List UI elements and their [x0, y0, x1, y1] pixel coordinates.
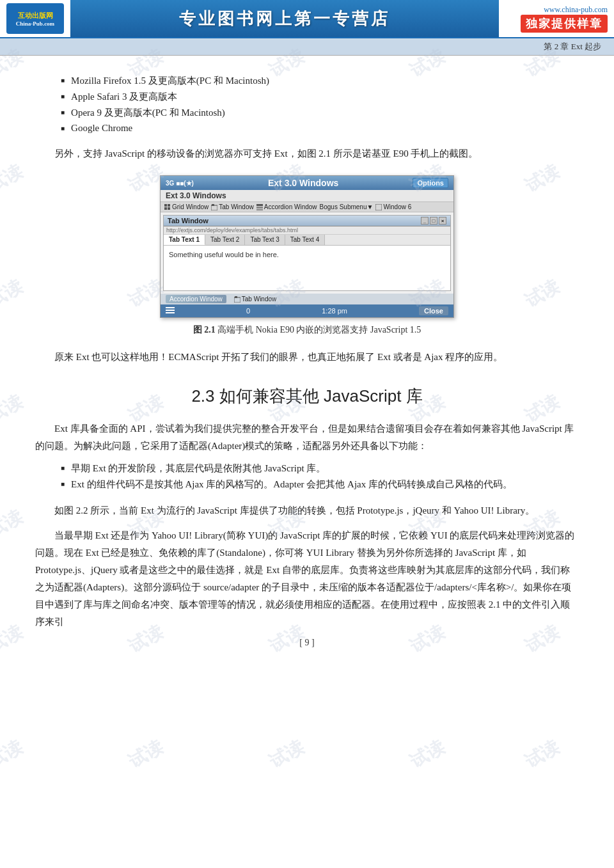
paragraph-3: Ext 库具备全面的 API，尝试着为我们提供完整的整合开发平台，但是如果结合遗…: [35, 420, 579, 455]
phone-statusbar: 0 1:28 pm Close: [161, 304, 453, 317]
svg-rect-4: [211, 205, 217, 210]
section-heading: 2.3 如何兼容其他 JavaScript 库: [35, 385, 579, 407]
phone-window-header: Tab Window _ □ ×: [164, 216, 450, 226]
main-content: Mozilla Firefox 1.5 及更高版本(PC 和 Macintosh…: [0, 56, 614, 658]
paragraph-2-text: 原来 Ext 也可以这样地用！ECMAScript 开拓了我们的眼界，也真正地拓…: [54, 352, 503, 362]
accordion-icon: [256, 204, 263, 210]
figure-container: 3G ■■(★) Ext 3.0 Windows Options Ext 3.0…: [154, 175, 460, 336]
tab-content: Something useful would be in here.: [164, 246, 450, 290]
toolbar-item-accordion: Accordion Window: [256, 203, 317, 210]
window-controls: _ □ ×: [421, 217, 446, 225]
svg-rect-5: [212, 204, 214, 206]
svg-rect-9: [375, 204, 382, 210]
toolbar-item-grid: Grid Window: [164, 203, 209, 210]
toolbar-item-window6: Window 6: [375, 203, 411, 210]
svg-rect-0: [164, 204, 167, 207]
paragraph-5-text: 当最早期 Ext 还是作为 Yahoo UI! Library(简称 YUI)的…: [35, 530, 574, 627]
logo-bottom-text: China-Pub.com: [16, 20, 54, 27]
tab-bottom-icon: [234, 296, 240, 303]
site-title-text: 专业图书网上第一专营店: [179, 8, 390, 30]
list-item: Mozilla Firefox 1.5 及更高版本(PC 和 Macintosh…: [61, 75, 579, 87]
list-item: Opera 9 及更高版本(PC 和 Macintosh): [61, 107, 579, 119]
svg-rect-6: [256, 204, 263, 206]
phone-toolbar: Grid Window Tab Window Accordion Window …: [161, 202, 453, 212]
tab-4: Tab Text 4: [285, 235, 325, 245]
toolbar-item-bogus: Bogus Submenu▼: [320, 203, 374, 210]
window-icon: [375, 204, 382, 210]
paragraph-3-text: Ext 库具备全面的 API，尝试着为我们提供完整的整合开发平台，但是如果结合遗…: [35, 423, 574, 451]
accordion-bottom-label: Accordion Window: [166, 295, 226, 303]
phone-window: Tab Window _ □ × http://extjs.com/deploy…: [163, 215, 451, 291]
menu-icon: [166, 306, 175, 315]
svg-rect-12: [166, 307, 175, 308]
page-footer: [ 9 ]: [0, 638, 614, 648]
list-item: 早期 Ext 的开发阶段，其底层代码是依附其他 JavaScript 库。: [61, 462, 579, 475]
tab-2: Tab Text 2: [205, 235, 245, 245]
page-number: [ 9 ]: [299, 638, 314, 647]
paragraph-5: 当最早期 Ext 还是作为 Yahoo UI! Library(简称 YUI)的…: [35, 527, 579, 631]
section-heading-text: 2.3 如何兼容其他 JavaScript 库: [191, 386, 422, 406]
svg-rect-11: [235, 296, 237, 298]
watermark-text: 试读: [405, 735, 448, 774]
status-menu-icon: [166, 306, 175, 316]
watermark-text: 试读: [124, 735, 167, 774]
phone-subheader: Ext 3.0 Windows: [161, 190, 453, 202]
phone-header: 3G ■■(★) Ext 3.0 Windows Options: [161, 176, 453, 190]
list-item: Ext 的组件代码不是按其他 Ajax 库的风格写的。Adapter 会把其他 …: [61, 478, 579, 491]
toolbar-item-tab: Tab Window: [211, 203, 253, 210]
watermark-text: 试读: [521, 735, 563, 774]
status-close-button: Close: [419, 306, 448, 315]
list-item: Apple Safari 3 及更高版本: [61, 91, 579, 103]
header-right: www.china-pub.com 独家提供样章: [499, 0, 614, 37]
phone-title: Ext 3.0 Windows: [268, 178, 338, 188]
exclusive-label: 独家提供样章: [521, 15, 608, 33]
svg-rect-2: [164, 207, 167, 210]
restore-button: □: [430, 217, 437, 225]
svg-rect-8: [256, 209, 263, 210]
paragraph-2: 原来 Ext 也可以这样地用！ECMAScript 开拓了我们的眼界，也真正地拓…: [35, 349, 579, 366]
chapter-bar-text: 第 2 章 Ext 起步: [544, 42, 601, 51]
minimize-button: _: [421, 217, 429, 225]
svg-rect-10: [234, 297, 240, 303]
svg-rect-3: [168, 207, 170, 210]
figure-caption-text: 高端手机 Nokia E90 内嵌的浏览器支持 JavaScript 1.5: [217, 325, 421, 335]
browser-list: Mozilla Firefox 1.5 及更高版本(PC 和 Macintosh…: [61, 75, 579, 134]
list-item-text: Google Chrome: [71, 123, 132, 134]
phone-subheader-text: Ext 3.0 Windows: [166, 191, 226, 200]
watermark-text: 试读: [265, 735, 308, 774]
paragraph-1-text: 另外，支持 JavaScript 的移动设备的浏览器亦可支持 Ext，如图 2.…: [54, 148, 478, 159]
list-item-text: Mozilla Firefox 1.5 及更高版本(PC 和 Macintosh…: [71, 75, 269, 87]
tab-1: Tab Text 1: [164, 235, 205, 245]
phone-signal: 3G ■■(★): [166, 180, 194, 187]
svg-rect-1: [168, 204, 170, 207]
chapter-bar: 第 2 章 Ext 起步: [0, 38, 614, 56]
watermark-text: 试读: [0, 735, 27, 774]
phone-bottom-bar: Accordion Window Tab Window: [161, 294, 453, 304]
website-url: www.china-pub.com: [544, 5, 608, 15]
paragraph-4-text: 如图 2.2 所示，当前 Ext 为流行的 JavaScript 库提供了功能的…: [54, 505, 535, 516]
list-item-text: Ext 的组件代码不是按其他 Ajax 库的风格写的。Adapter 会把其他 …: [71, 478, 512, 491]
tab-icon: [211, 204, 217, 210]
svg-rect-7: [256, 207, 263, 209]
phone-options-button: Options: [413, 178, 448, 188]
svg-rect-14: [166, 312, 175, 313]
status-left-number: 0: [246, 307, 250, 315]
list-item-text: Opera 9 及更高版本(PC 和 Macintosh): [71, 107, 225, 119]
page-header: 互动出版网 China-Pub.com 专业图书网上第一专营店 www.chin…: [0, 0, 614, 38]
grid-icon: [164, 204, 171, 210]
tab-bottom-label: Tab Window: [234, 296, 276, 303]
logo-container: 互动出版网 China-Pub.com: [0, 0, 70, 37]
feature-list: 早期 Ext 的开发阶段，其底层代码是依附其他 JavaScript 库。 Ex…: [61, 462, 579, 491]
close-button: ×: [439, 217, 446, 225]
list-item: Google Chrome: [61, 123, 579, 134]
list-item-text: Apple Safari 3 及更高版本: [71, 91, 177, 103]
site-title: 专业图书网上第一专营店: [70, 0, 499, 37]
url-bar: http://extjs.com/deploy/dev/examples/tab…: [164, 226, 450, 235]
list-item-text: 早期 Ext 的开发阶段，其底层代码是依附其他 JavaScript 库。: [71, 462, 326, 475]
window-title: Tab Window: [168, 217, 209, 225]
figure-number: 图 2.1: [193, 325, 216, 335]
tab-3: Tab Text 3: [245, 235, 285, 245]
svg-rect-13: [166, 310, 175, 311]
figure-caption: 图 2.1 高端手机 Nokia E90 内嵌的浏览器支持 JavaScript…: [193, 324, 421, 336]
paragraph-4: 如图 2.2 所示，当前 Ext 为流行的 JavaScript 库提供了功能的…: [35, 502, 579, 519]
